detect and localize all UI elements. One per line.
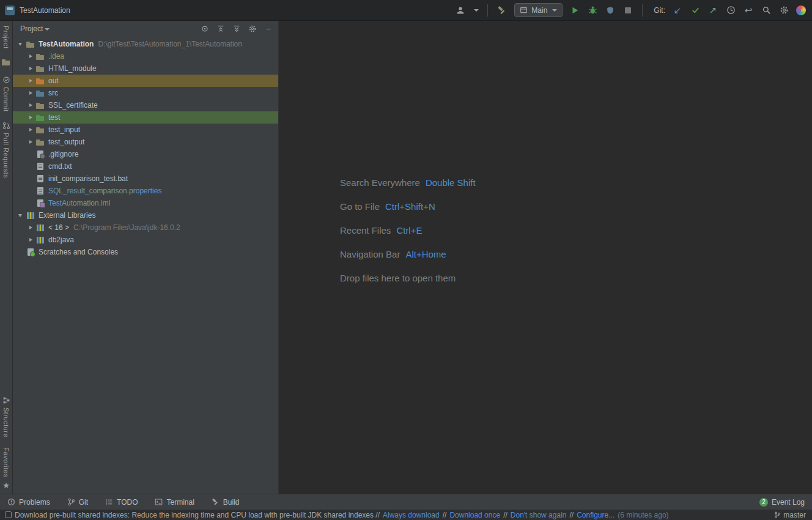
folder-icon [35, 64, 45, 73]
tree-item-cmd-txt[interactable]: cmd.txt [13, 160, 278, 173]
sidebar-item-favorites[interactable]: Favorites ★ [2, 447, 10, 490]
settings-gear-icon[interactable] [778, 5, 789, 16]
sidebar-item-commit[interactable]: Commit [2, 76, 10, 112]
tree-item-out[interactable]: out [13, 75, 278, 87]
project-panel-header: Project − [13, 21, 278, 37]
tree-item-ssl-certificate[interactable]: SSL_certificate [13, 99, 278, 111]
tree-item-label: HTML_module [48, 64, 97, 73]
status-link-download-once[interactable]: Download once [449, 511, 500, 519]
tree-item-label: External Libraries [39, 211, 95, 220]
chevron-right-icon[interactable] [28, 137, 34, 147]
sidebar-item-pull-requests[interactable]: Pull Requests [2, 122, 10, 178]
run-button[interactable] [569, 5, 580, 16]
chevron-right-icon[interactable] [28, 125, 34, 135]
chevron-spacer [28, 174, 34, 184]
tree-item-test[interactable]: test [13, 111, 278, 124]
run-configuration-value: Main [531, 6, 547, 15]
folder-icon [35, 137, 45, 147]
chevron-right-icon[interactable] [28, 88, 34, 98]
chevron-down-icon[interactable] [45, 28, 50, 31]
tree-item-db2java[interactable]: db2java [13, 234, 278, 246]
run-with-coverage-button[interactable] [605, 5, 616, 16]
run-configuration-select[interactable]: Main [514, 3, 563, 17]
chevron-right-icon[interactable] [28, 223, 34, 232]
tree-item-label: test_input [48, 125, 80, 134]
shortcut-keys[interactable]: Ctrl+E [396, 225, 422, 236]
toolbar-separator [487, 4, 488, 17]
rollback-icon[interactable]: ↩ [743, 5, 754, 16]
tree-item-scratches[interactable]: Scratches and Consoles [13, 246, 278, 258]
search-icon[interactable] [761, 5, 772, 16]
sidebar-item-structure[interactable]: Structure [2, 396, 10, 437]
tree-item-src[interactable]: src [13, 87, 278, 99]
library-icon [26, 210, 35, 220]
chevron-spacer [28, 198, 34, 208]
tree-item-html-module[interactable]: HTML_module [13, 62, 278, 75]
project-panel: Project − T [13, 21, 279, 494]
status-link-configure[interactable]: Configure... [577, 511, 615, 519]
colorful-plugin-icon[interactable] [796, 6, 806, 15]
jdk-library-icon [35, 223, 45, 232]
tree-item-test-output[interactable]: test_output [13, 136, 278, 148]
drop-hint-label: Drop files here to open them [340, 273, 456, 283]
hide-panel-icon[interactable]: − [264, 24, 273, 34]
folder-tool-icon[interactable] [2, 59, 10, 66]
commit-check-icon[interactable] [690, 5, 701, 16]
expand-all-icon[interactable] [232, 24, 242, 34]
tree-item-gitignore[interactable]: .gitignore [13, 148, 278, 160]
chevron-right-icon[interactable] [28, 113, 34, 122]
user-profile-icon[interactable] [455, 5, 466, 16]
toolwindow-terminal[interactable]: Terminal [155, 498, 194, 507]
panel-settings-gear-icon[interactable] [248, 24, 257, 34]
build-hammer-icon[interactable] [496, 5, 508, 16]
history-clock-icon[interactable] [725, 5, 736, 16]
tree-item-sql-result-comparison[interactable]: SQL_result_comparison.properties [13, 185, 278, 197]
toolwindow-problems[interactable]: Problems [7, 498, 50, 507]
select-opened-file-icon[interactable] [200, 24, 210, 34]
event-log-area[interactable]: 2 Event Log [759, 498, 805, 507]
chevron-down-icon[interactable] [18, 210, 24, 220]
tree-item-test-input[interactable]: test_input [13, 124, 278, 136]
debug-button[interactable] [587, 5, 598, 16]
chevron-right-icon[interactable] [28, 100, 34, 110]
chevron-down-icon[interactable] [18, 39, 24, 49]
module-file-icon [35, 198, 45, 208]
tree-item-label: src [48, 89, 58, 97]
tree-item-root[interactable]: TestAutomation D:\gitTest\TestAutomation… [13, 38, 278, 50]
status-link-dont-show-again[interactable]: Don't show again [511, 511, 567, 519]
update-project-icon[interactable]: ↙ [672, 5, 683, 16]
status-link-always-download[interactable]: Always download [383, 511, 440, 519]
tree-item-idea[interactable]: .idea [13, 50, 278, 62]
project-tree: TestAutomation D:\gitTest\TestAutomation… [13, 37, 278, 494]
stop-button[interactable] [622, 5, 633, 16]
tree-item-external-libraries[interactable]: External Libraries [13, 209, 278, 221]
left-tool-stripe: Project Commit Pull Requests Structure F… [0, 21, 13, 494]
tree-item-testautomation-iml[interactable]: TestAutomation.iml [13, 197, 278, 209]
shortcut-keys[interactable]: Alt+Home [405, 249, 446, 259]
chevron-right-icon[interactable] [28, 235, 34, 245]
git-branch-icon [774, 511, 781, 518]
chevron-right-icon[interactable] [28, 51, 34, 61]
tree-item-label: .gitignore [48, 150, 78, 158]
toolwindow-build[interactable]: Build [212, 498, 240, 507]
build-label: Build [223, 498, 240, 507]
chevron-spacer [28, 162, 34, 171]
toolbar-separator [642, 4, 643, 17]
toolwindow-git[interactable]: Git [67, 498, 88, 507]
todo-icon [105, 498, 113, 506]
push-icon[interactable]: ↗ [707, 5, 718, 16]
shortcut-keys[interactable]: Ctrl+Shift+N [385, 201, 435, 212]
shortcut-label: Navigation Bar [340, 249, 400, 259]
project-panel-title[interactable]: Project [20, 24, 43, 33]
collapse-all-icon[interactable] [216, 24, 226, 34]
chevron-down-icon[interactable] [474, 9, 479, 12]
sidebar-item-project[interactable]: Project [2, 26, 10, 49]
chevron-right-icon[interactable] [28, 76, 34, 86]
structure-stripe-label: Structure [2, 407, 10, 437]
toolwindow-todo[interactable]: TODO [105, 498, 138, 507]
tree-item-init-comparison-test[interactable]: init_comparison_test.bat [13, 173, 278, 185]
git-branch-widget[interactable]: master [774, 511, 806, 519]
shortcut-keys[interactable]: Double Shift [426, 177, 476, 188]
chevron-right-icon[interactable] [28, 64, 34, 73]
tree-item-jdk-16[interactable]: < 16 > C:\Program Files\Java\jdk-16.0.2 [13, 221, 278, 234]
